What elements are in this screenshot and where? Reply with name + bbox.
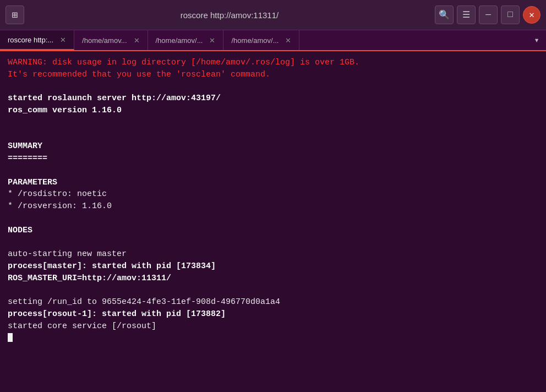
window-controls: 🔍 ☰ — □ ✕: [435, 6, 540, 24]
terminal-blank-line: [8, 284, 538, 296]
terminal-blank-line: [8, 213, 538, 225]
terminal-content: WARNING: disk usage in log directory [/h…: [0, 51, 546, 392]
new-tab-icon: ⊞: [12, 9, 18, 21]
terminal-output: WARNING: disk usage in log directory [/h…: [8, 57, 538, 344]
new-tab-button[interactable]: ⊞: [6, 6, 24, 24]
terminal-line: started core service [/rosout]: [8, 320, 538, 333]
terminal-line: started roslaunch server http://amov:431…: [8, 92, 538, 105]
titlebar: ⊞ roscore http://amov:11311/ 🔍 ☰ — □ ✕: [0, 0, 546, 30]
tab-label: /home/amov...: [82, 36, 127, 45]
terminal-cursor-line: [8, 332, 538, 344]
minimize-button[interactable]: —: [479, 6, 498, 24]
hamburger-icon: ☰: [462, 9, 470, 20]
terminal-blank-line: [8, 117, 538, 129]
terminal-blank-line: [8, 81, 538, 93]
tab-close-icon[interactable]: ✕: [285, 36, 291, 45]
terminal-line: auto-starting new master: [8, 248, 538, 260]
maximize-button[interactable]: □: [501, 6, 520, 24]
terminal-line: process[rosout-1]: started with pid [173…: [8, 308, 538, 320]
close-button[interactable]: ✕: [523, 6, 540, 24]
menu-button[interactable]: ☰: [457, 6, 476, 24]
maximize-icon: □: [507, 10, 513, 20]
terminal-line: setting /run_id to 9655e424-4fe3-11ef-90…: [8, 296, 538, 308]
tab-dropdown-button[interactable]: ▾: [527, 30, 546, 50]
terminal-line: * /rosdistro: noetic: [8, 188, 538, 200]
tab-home3[interactable]: /home/amov/... ✕: [223, 30, 299, 50]
terminal-line: SUMMARY: [8, 140, 538, 153]
terminal-line: PARAMETERS: [8, 177, 538, 189]
window-title: roscore http://amov:11311/: [24, 10, 435, 20]
terminal-line: ros_comm version 1.16.0: [8, 105, 538, 117]
tab-close-icon[interactable]: ✕: [60, 36, 66, 44]
terminal-blank-line: [8, 236, 538, 248]
terminal-line: process[master]: started with pid [17383…: [8, 260, 538, 273]
tab-label: /home/amov/...: [156, 36, 203, 45]
terminal-blank-line: [8, 129, 538, 141]
tabbar: roscore http:... ✕ /home/amov... ✕ /home…: [0, 30, 546, 51]
terminal-line: * /rosversion: 1.16.0: [8, 200, 538, 213]
tab-roscore[interactable]: roscore http:... ✕: [0, 30, 74, 50]
chevron-down-icon: ▾: [534, 35, 539, 46]
terminal-line: ========: [8, 153, 538, 165]
minimize-icon: —: [485, 10, 491, 20]
titlebar-left: ⊞: [6, 6, 24, 24]
terminal-line: WARNING: disk usage in log directory [/h…: [8, 57, 538, 69]
tab-home1[interactable]: /home/amov... ✕: [74, 30, 148, 50]
tab-home2[interactable]: /home/amov/... ✕: [148, 30, 224, 50]
terminal-cursor: [8, 333, 13, 342]
terminal-blank-line: [8, 165, 538, 177]
search-button[interactable]: 🔍: [435, 6, 454, 24]
tab-label: /home/amov/...: [231, 36, 279, 45]
search-icon: 🔍: [439, 9, 450, 20]
close-icon: ✕: [529, 9, 534, 20]
terminal-line: NODES: [8, 225, 538, 237]
terminal-line: It's recommended that you use the 'roscl…: [8, 69, 538, 81]
terminal-line: ROS_MASTER_URI=http://amov:11311/: [8, 273, 538, 285]
tab-close-icon[interactable]: ✕: [209, 36, 215, 45]
tab-close-icon[interactable]: ✕: [134, 36, 140, 45]
tab-label: roscore http:...: [8, 36, 53, 44]
